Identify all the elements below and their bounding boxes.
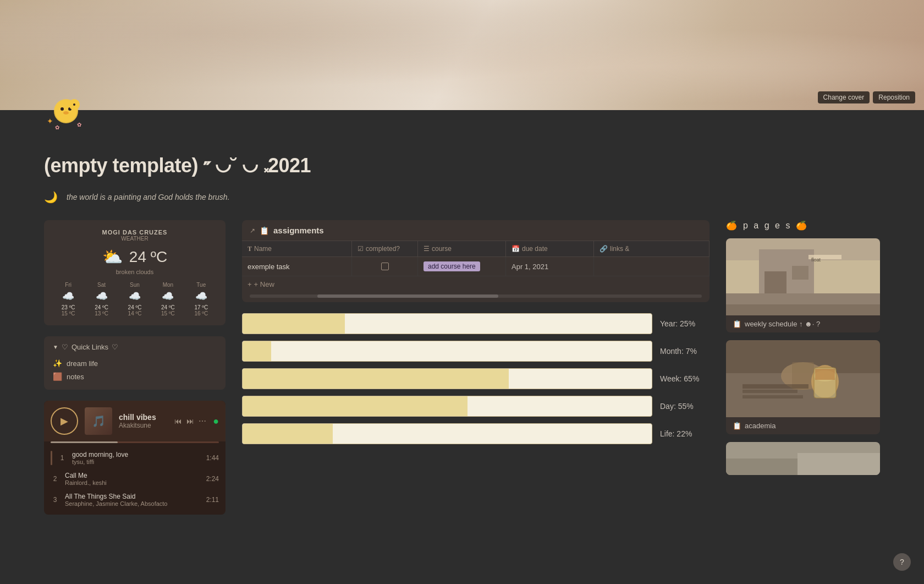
progress-label-year: Year: 25%	[660, 319, 710, 328]
col-header-completed: ☑ completed?	[352, 241, 418, 256]
track-number-2: 2	[51, 475, 59, 483]
track-name-1: good morning, love	[72, 451, 201, 459]
track-divider-1	[51, 451, 52, 465]
right-column: 🍊 p a g e s 🍊 float	[726, 220, 880, 475]
task-completed-cell[interactable]	[352, 257, 418, 276]
quote-bar: 🌙 the world is a painting and God holds …	[44, 190, 880, 204]
music-info: chill vibes Akakitsune	[119, 413, 168, 429]
three-column-layout: MOGI DAS CRUZES WEATHER ⛅ 24 ºC broken c…	[44, 220, 880, 515]
track-artist-3: Seraphine, Jasmine Clarke, Absofacto	[65, 500, 201, 507]
task-links-cell[interactable]	[594, 257, 710, 276]
track-row-2[interactable]: 2 Call Me Rainlord., keshi 2:24	[44, 468, 226, 489]
table-header: 𝐓 Name ☑ completed? ☰ course 📅 due date	[242, 241, 710, 257]
track-info-3: All The Things She Said Seraphine, Jasmi…	[65, 493, 201, 507]
svg-point-4	[63, 111, 69, 114]
svg-text:✿: ✿	[55, 124, 59, 130]
page-quote: the world is a painting and God holds th…	[67, 193, 230, 201]
page-card-books-image	[726, 340, 880, 417]
task-duedate-cell[interactable]: Apr 1, 2021	[506, 257, 594, 276]
page-icon: ✦ ✿ ✿	[44, 88, 88, 132]
change-cover-button[interactable]: Change cover	[818, 91, 870, 103]
music-progress-bar[interactable]	[51, 441, 219, 443]
track-row-1[interactable]: 1 good morning, love tysu, tiffi 1:44	[44, 447, 226, 468]
track-name-3: All The Things She Said	[65, 493, 201, 500]
quick-links-widget: ▼ ♡ Quick Links ♡ ✨ dream life 🟫 notes	[44, 336, 226, 390]
music-header: ▶ 🎵 chill vibes Akakitsune ⏮ ⏭ ⋯ ●	[44, 401, 226, 441]
cover-image: Change cover Reposition	[0, 0, 924, 110]
quick-link-label-dream: dream life	[67, 359, 98, 368]
svg-text:✿: ✿	[77, 122, 81, 128]
svg-rect-25	[743, 395, 803, 399]
track-info-1: good morning, love tysu, tiffi	[72, 451, 201, 465]
music-track-list: 1 good morning, love tysu, tiffi 1:44 2 …	[44, 443, 226, 515]
track-row-3[interactable]: 3 All The Things She Said Seraphine, Jas…	[44, 489, 226, 510]
moon-icon: 🌙	[44, 190, 58, 204]
music-progress-fill	[51, 441, 118, 443]
table-scrollbar-thumb	[317, 294, 498, 298]
progress-bar-year-bg	[242, 313, 652, 334]
new-task-button[interactable]: + + New	[242, 276, 710, 292]
weather-city: MOGI DAS CRUZES	[53, 229, 217, 236]
music-controls: ⏮ ⏭ ⋯	[174, 417, 206, 425]
music-prev-button[interactable]: ⏮	[174, 417, 182, 425]
progress-row-week: Week: 65%	[242, 368, 710, 389]
page-card-third[interactable]	[726, 442, 880, 475]
help-button[interactable]: ?	[893, 553, 911, 571]
page-card-cafe-label: 📋 weekly schedule ↑ ☻· ?	[726, 315, 880, 332]
quick-link-dream-life[interactable]: ✨ dream life	[53, 357, 217, 370]
quick-link-label-notes: notes	[67, 373, 84, 381]
music-album-art: 🎵	[85, 407, 112, 435]
music-artist-name: Akakitsune	[119, 422, 168, 429]
page-card-third-image	[726, 442, 880, 475]
track-duration-1: 1:44	[206, 454, 219, 462]
quick-links-heart-icon: ♡	[62, 343, 68, 351]
sparkle-icon: ✨	[53, 359, 62, 368]
task-name-cell[interactable]: exemple task	[242, 257, 352, 276]
progress-row-month: Month: 7%	[242, 341, 710, 362]
progress-bar-year-fill	[243, 314, 345, 334]
quick-link-notes[interactable]: 🟫 notes	[53, 370, 217, 383]
page-card-books[interactable]: 📋 academia	[726, 340, 880, 434]
track-number-1: 1	[58, 454, 67, 462]
svg-text:float: float	[811, 257, 821, 263]
course-tag[interactable]: add course here	[424, 261, 480, 271]
progress-row-life: Life: 22%	[242, 423, 710, 444]
music-share-button[interactable]: ⋯	[199, 417, 206, 425]
weather-main: ⛅ 24 ºC	[53, 247, 217, 266]
checkbox-icon: ☑	[358, 245, 364, 253]
assignments-expand-icon[interactable]: ↗	[250, 227, 255, 234]
notes-icon: 🟫	[53, 372, 62, 381]
weather-header: MOGI DAS CRUZES WEATHER	[53, 229, 217, 242]
reposition-button[interactable]: Reposition	[873, 91, 915, 103]
quick-links-arrow-icon: ▼	[53, 344, 58, 350]
page-card-cafe-text: weekly schedule ↑ ☻· ?	[745, 320, 820, 328]
track-name-2: Call Me	[65, 472, 201, 479]
forecast-mon: Mon ☁️ 24 ºC 15 ºC	[152, 282, 183, 316]
assignments-section: ↗ 📋 assignments 𝐓 Name ☑ completed? ☰	[242, 220, 710, 302]
svg-text:✦: ✦	[47, 117, 53, 125]
progress-row-year: Year: 25%	[242, 313, 710, 334]
music-next-button[interactable]: ⏭	[186, 417, 194, 425]
weather-icon-large: ⛅	[102, 247, 123, 266]
progress-label-day: Day: 55%	[660, 402, 710, 411]
progress-bar-life-fill	[243, 424, 333, 444]
music-player: ▶ 🎵 chill vibes Akakitsune ⏮ ⏭ ⋯ ●	[44, 401, 226, 515]
weather-description: broken clouds	[53, 269, 217, 275]
page-card-cafe[interactable]: float 📋 weekly schedule ↑ ☻· ?	[726, 238, 880, 332]
page-card-books-icon: 📋	[733, 422, 741, 430]
col-header-course: ☰ course	[418, 241, 506, 256]
list-icon: ☰	[424, 245, 430, 253]
progress-bar-day-bg	[242, 396, 652, 417]
svg-rect-24	[743, 390, 798, 393]
page-icon-area: ✦ ✿ ✿	[0, 110, 924, 143]
middle-column: ↗ 📋 assignments 𝐓 Name ☑ completed? ☰	[242, 220, 710, 444]
page-card-books-text: academia	[745, 422, 776, 430]
music-play-button[interactable]: ▶	[51, 407, 78, 435]
task-checkbox[interactable]	[381, 263, 389, 270]
task-course-cell[interactable]: add course here	[418, 257, 506, 276]
table-scrollbar[interactable]	[250, 294, 702, 298]
page-card-books-label: 📋 academia	[726, 417, 880, 434]
calendar-icon: 📅	[512, 245, 520, 253]
weather-temp-main: 24 ºC	[129, 248, 167, 266]
quick-links-header[interactable]: ▼ ♡ Quick Links ♡	[53, 343, 217, 351]
